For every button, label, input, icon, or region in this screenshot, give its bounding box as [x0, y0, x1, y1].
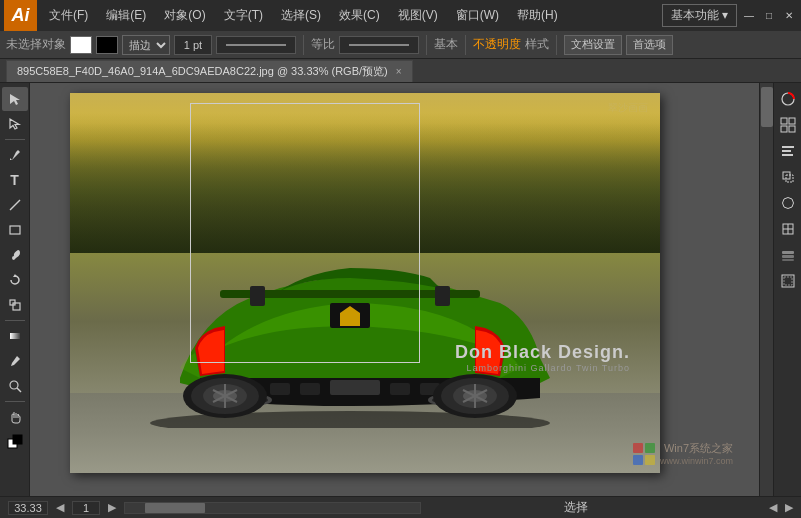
svg-rect-10	[270, 383, 290, 395]
svg-rect-1	[10, 226, 20, 234]
car-svg	[120, 218, 580, 428]
win7-flag-icon	[632, 442, 656, 466]
style-label: 样式	[525, 36, 549, 53]
svg-point-5	[10, 381, 18, 389]
win7-watermark: Win7系统之家 www.winwin7.com	[632, 441, 733, 466]
horizontal-scrollbar-thumb[interactable]	[145, 503, 205, 513]
menu-bar: 文件(F) 编辑(E) 对象(O) 文字(T) 选择(S) 效果(C) 视图(V…	[41, 5, 662, 26]
basic-label: 基本	[434, 36, 458, 53]
svg-rect-40	[645, 455, 655, 465]
svg-rect-39	[633, 455, 643, 465]
rpanel-color[interactable]	[776, 87, 800, 111]
zoom-field[interactable]	[8, 501, 48, 515]
watermark: 翠沙画画	[608, 101, 648, 115]
rpanel-transform[interactable]	[776, 165, 800, 189]
rpanel-align[interactable]	[776, 139, 800, 163]
svg-rect-2	[13, 303, 20, 310]
opacity-label[interactable]: 不透明度	[473, 36, 521, 53]
svg-line-0	[10, 200, 20, 210]
rpanel-symbol[interactable]	[776, 191, 800, 215]
rpanel-grid[interactable]	[776, 113, 800, 137]
separator-1	[303, 35, 304, 55]
svg-rect-47	[782, 150, 791, 152]
no-selection-label: 未选择对象	[6, 36, 66, 53]
canvas-wrapper: 翠沙画画 Don Black Design. Lamborghini Galla…	[40, 93, 763, 496]
tool-paintbrush[interactable]	[2, 243, 28, 267]
menu-text[interactable]: 文字(T)	[216, 5, 271, 26]
menu-window[interactable]: 窗口(W)	[448, 5, 507, 26]
svg-rect-55	[782, 255, 794, 258]
toolbar-separator-2	[5, 320, 25, 321]
document-tab[interactable]: 895C58E8_F40D_46A0_914A_6DC9AEDA8C22.jpg…	[6, 60, 413, 82]
toolbar-separator-1	[5, 139, 25, 140]
preferences-button[interactable]: 首选项	[626, 35, 673, 55]
canvas-area: 翠沙画画 Don Black Design. Lamborghini Galla…	[30, 83, 773, 496]
svg-rect-4	[10, 333, 20, 339]
status-arrow-right[interactable]: ▶	[785, 501, 793, 514]
options-bar: 未选择对象 描边 等比 基本 不透明度 样式 文档设置 首选项	[0, 31, 801, 59]
close-button[interactable]: ✕	[781, 8, 797, 24]
tool-rotate[interactable]	[2, 268, 28, 292]
status-bar: ◀ ▶ 选择 ◀ ▶	[0, 496, 801, 518]
separator-2	[426, 35, 427, 55]
menu-object[interactable]: 对象(O)	[156, 5, 213, 26]
tool-direct-selection[interactable]	[2, 112, 28, 136]
tool-scale[interactable]	[2, 293, 28, 317]
workspace-switcher[interactable]: 基本功能 ▾	[662, 4, 737, 27]
status-arrow-left[interactable]: ◀	[769, 501, 777, 514]
rpanel-artboard[interactable]	[776, 269, 800, 293]
fill-swatch[interactable]	[70, 36, 92, 54]
car-image: 翠沙画画 Don Black Design. Lamborghini Galla…	[70, 93, 660, 473]
tool-eyedropper[interactable]	[2, 349, 28, 373]
rpanel-brush[interactable]	[776, 217, 800, 241]
tool-line[interactable]	[2, 193, 28, 217]
svg-rect-54	[782, 251, 794, 254]
artboard[interactable]: 翠沙画画 Don Black Design. Lamborghini Galla…	[70, 93, 660, 473]
design-title: Don Black Design.	[455, 342, 630, 363]
tab-close-button[interactable]: ×	[396, 66, 402, 77]
tool-hand[interactable]	[2, 405, 28, 429]
stroke-line-preview	[216, 36, 296, 54]
title-right: 基本功能 ▾ — □ ✕	[662, 4, 797, 27]
scrollbar-thumb-vertical[interactable]	[761, 87, 773, 127]
tool-gradient[interactable]	[2, 324, 28, 348]
fill-stroke-indicator[interactable]	[2, 430, 28, 454]
svg-rect-11	[300, 383, 320, 395]
title-bar: Ai 文件(F) 编辑(E) 对象(O) 文字(T) 选择(S) 效果(C) 视…	[0, 0, 801, 31]
menu-effect[interactable]: 效果(C)	[331, 5, 388, 26]
svg-rect-20	[250, 286, 265, 306]
main-layout: T	[0, 83, 801, 496]
car-background: 翠沙画画 Don Black Design. Lamborghini Galla…	[70, 93, 660, 473]
stroke-width-field[interactable]	[174, 35, 212, 55]
vertical-scrollbar[interactable]	[759, 83, 773, 496]
tool-selection[interactable]	[2, 87, 28, 111]
svg-rect-46	[782, 146, 794, 148]
tool-rectangle[interactable]	[2, 218, 28, 242]
rpanel-layers[interactable]	[776, 243, 800, 267]
page-next-button[interactable]: ▶	[108, 501, 116, 514]
menu-edit[interactable]: 编辑(E)	[98, 5, 154, 26]
tool-zoom[interactable]	[2, 374, 28, 398]
menu-file[interactable]: 文件(F)	[41, 5, 96, 26]
svg-rect-13	[390, 383, 410, 395]
stroke-swatch[interactable]	[96, 36, 118, 54]
svg-rect-21	[435, 286, 450, 306]
design-subtitle: Lamborghini Gallardo Twin Turbo	[455, 363, 630, 373]
status-select-label: 选择	[429, 499, 724, 516]
menu-view[interactable]: 视图(V)	[390, 5, 446, 26]
horizontal-scrollbar[interactable]	[124, 502, 421, 514]
tool-type[interactable]: T	[2, 168, 28, 192]
menu-help[interactable]: 帮助(H)	[509, 5, 566, 26]
svg-rect-48	[782, 154, 793, 156]
win7-text: Win7系统之家	[660, 441, 733, 456]
minimize-button[interactable]: —	[741, 8, 757, 24]
menu-select[interactable]: 选择(S)	[273, 5, 329, 26]
stroke-type-dropdown[interactable]: 描边	[122, 35, 170, 55]
doc-settings-button[interactable]: 文档设置	[564, 35, 622, 55]
page-field[interactable]	[72, 501, 100, 515]
app-logo: Ai	[4, 0, 37, 31]
page-prev-button[interactable]: ◀	[56, 501, 64, 514]
right-panel	[773, 83, 801, 496]
tool-pen[interactable]	[2, 143, 28, 167]
maximize-button[interactable]: □	[761, 8, 777, 24]
